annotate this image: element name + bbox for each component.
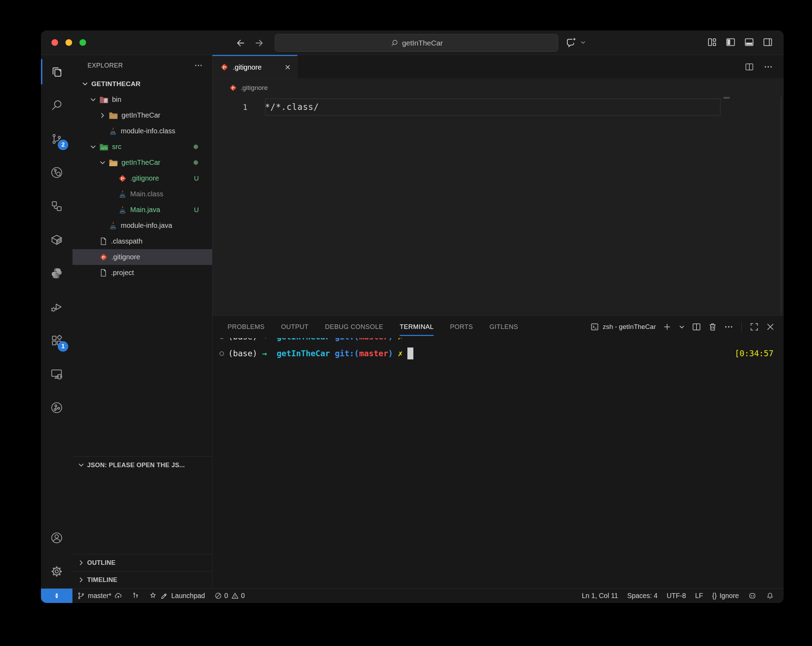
tab-terminal[interactable]: TERMINAL [400, 315, 433, 338]
kill-terminal-button[interactable] [708, 322, 717, 332]
tab-gitignore[interactable]: .gitignore [212, 55, 298, 78]
tree-item-label: module-info.java [121, 221, 172, 230]
toggle-secondary-sidebar-icon[interactable] [762, 37, 773, 47]
close-tab-button[interactable] [284, 63, 292, 71]
tree-item-src[interactable]: </> src [72, 139, 212, 155]
tree-item-project[interactable]: .project [72, 265, 212, 281]
activity-symbols[interactable] [41, 189, 72, 223]
toggle-panel-icon[interactable] [744, 37, 755, 47]
terminal-session-label: zsh - getInTheCar [603, 323, 656, 331]
tree-item-src-getinthecar[interactable]: getInTheCar [72, 155, 212, 171]
tab-ports[interactable]: PORTS [450, 315, 473, 338]
git-status-badge: U [194, 175, 199, 182]
new-terminal-button[interactable] [662, 322, 672, 332]
remote-indicator[interactable] [41, 589, 72, 603]
command-center-search[interactable]: getInTheCar [275, 34, 558, 52]
terminal-dropdown-chevron-icon[interactable] [678, 323, 685, 331]
java-file-icon [109, 221, 117, 230]
customize-layout-icon[interactable] [707, 37, 717, 47]
tab-debug-console[interactable]: DEBUG CONSOLE [325, 315, 383, 338]
tab-problems[interactable]: PROBLEMS [227, 315, 265, 338]
indentation-item[interactable]: Spaces: 4 [623, 589, 662, 603]
maximize-panel-button[interactable] [749, 322, 759, 332]
terminal-viewport[interactable]: (base) → getInTheCar git:(master) ✗ [0:3… [212, 338, 784, 588]
terminal-prompt-line: (base) → getInTheCar git:(master) ✗ [0:3… [212, 346, 784, 361]
activity-git-graph[interactable] [41, 391, 72, 425]
split-terminal-button[interactable] [691, 322, 701, 332]
tree-item-main-class[interactable]: Main.class [72, 186, 212, 202]
breadcrumb-item[interactable]: .gitignore [240, 84, 268, 92]
terminal-session-select[interactable]: zsh - getInTheCar [590, 322, 656, 331]
activity-search[interactable] [41, 88, 72, 122]
notifications-item[interactable] [761, 589, 779, 603]
svg-text:</>: </> [101, 146, 107, 150]
close-window-button[interactable] [52, 39, 58, 46]
java-file-icon [118, 206, 127, 214]
activity-source-control[interactable]: 2 [41, 122, 72, 156]
tab-output[interactable]: OUTPUT [281, 315, 308, 338]
tree-item-src-gitignore[interactable]: .gitignore U [72, 171, 212, 186]
sidebar-actions-button[interactable] [194, 61, 203, 70]
editor-scrollbar[interactable] [780, 97, 781, 314]
tree-item-module-info-class[interactable]: module-info.class [72, 123, 212, 139]
tree-item-bin-getinthecar[interactable]: getInTheCar [72, 107, 212, 123]
code-editor[interactable]: 1 */*.class/ [212, 97, 784, 315]
tree-item-main-java[interactable]: Main.java U [72, 202, 212, 218]
panel-tab-bar: PROBLEMS OUTPUT DEBUG CONSOLE TERMINAL P… [212, 315, 784, 338]
split-editor-icon[interactable] [745, 62, 754, 72]
error-circle-icon [214, 592, 222, 600]
activity-remote-explorer[interactable] [41, 357, 72, 391]
prompt-status-circle [220, 338, 224, 339]
activity-account[interactable] [41, 521, 72, 555]
tree-item-bin[interactable]: 0110 bin [72, 92, 212, 107]
language-mode-label: Ignore [720, 592, 739, 600]
prompt-arrow: → [262, 349, 267, 358]
launchpad-label: Launchpad [171, 592, 205, 600]
activity-explorer[interactable] [41, 55, 72, 88]
panel-more-actions-button[interactable] [724, 322, 734, 332]
copilot-menu[interactable] [565, 36, 586, 49]
activity-python[interactable] [41, 256, 72, 290]
tree-item-gitignore-selected[interactable]: .gitignore [72, 249, 212, 265]
branch-status-item[interactable]: master* [72, 589, 127, 603]
cursor-position-item[interactable]: Ln 1, Col 11 [577, 589, 623, 603]
eol-item[interactable]: LF [691, 589, 708, 603]
graph-status-item[interactable] [127, 589, 144, 603]
problems-status-item[interactable]: 0 0 [210, 589, 250, 603]
zoom-window-button[interactable] [79, 39, 86, 46]
tree-item-module-info-java[interactable]: module-info.java [72, 218, 212, 233]
editor-tab-bar: .gitignore [212, 55, 784, 79]
prompt-git-prefix: git:( [335, 349, 359, 358]
navigate-back-button[interactable] [234, 37, 247, 50]
container-box-icon [50, 233, 63, 246]
terminal-icon [590, 322, 599, 331]
timeline-section-header[interactable]: TIMELINE [72, 571, 212, 588]
navigate-forward-button[interactable] [252, 37, 266, 50]
activity-extensions[interactable]: 1 [41, 324, 72, 357]
tree-item-classpath[interactable]: .classpath [72, 233, 212, 249]
activity-run-debug[interactable] [41, 290, 72, 324]
tree-item-label: .project [111, 269, 134, 277]
close-panel-button[interactable] [765, 322, 775, 332]
command-center-text: getInTheCar [402, 39, 443, 47]
tree-root-getinthecar[interactable]: GETINTHECAR [72, 76, 212, 92]
json-section-header[interactable]: JSON: PLEASE OPEN THE JS... [72, 457, 212, 474]
modified-dot-badge [194, 145, 198, 149]
activity-settings[interactable] [41, 555, 72, 588]
tab-gitlens[interactable]: GITLENS [489, 315, 518, 338]
folder-src-icon: </> [99, 143, 108, 151]
settings-gear-icon [50, 565, 63, 578]
copilot-status-item[interactable] [743, 589, 761, 603]
encoding-item[interactable]: UTF-8 [662, 589, 691, 603]
launchpad-status-item[interactable]: Launchpad [144, 589, 210, 603]
file-icon [99, 269, 107, 277]
breadcrumb[interactable]: .gitignore [212, 79, 784, 97]
language-mode-item[interactable]: {} Ignore [708, 589, 743, 603]
ellipsis-icon[interactable] [763, 62, 773, 72]
activity-containers[interactable] [41, 223, 72, 256]
activity-gitlens[interactable] [41, 156, 72, 189]
toggle-primary-sidebar-icon[interactable] [725, 37, 736, 47]
outline-section-header[interactable]: OUTLINE [72, 554, 212, 571]
minimize-window-button[interactable] [66, 39, 72, 46]
java-file-icon [118, 190, 127, 198]
